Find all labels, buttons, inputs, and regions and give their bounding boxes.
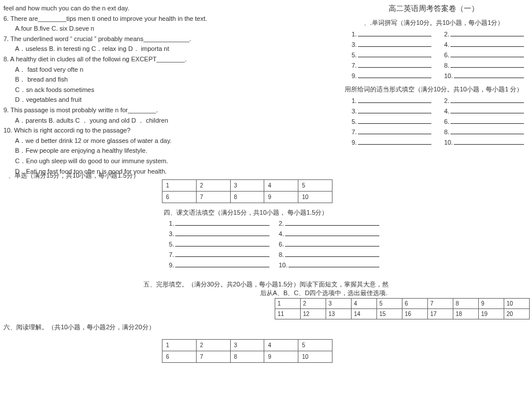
fill-underline[interactable] [450,40,524,47]
answer-cell[interactable]: 4 [264,180,298,192]
answer-cell[interactable]: 13 [326,309,352,319]
answer-cell[interactable]: 5 [377,299,402,309]
fill-underline[interactable] [450,50,524,57]
fill-line[interactable]: 6. [434,117,526,127]
fill-line[interactable]: 1. [341,30,434,40]
answer-cell[interactable]: 8 [230,351,264,363]
answer-cell[interactable]: 6 [402,299,428,309]
answer-cell[interactable]: 11 [275,309,301,319]
fill-line[interactable]: 5. [162,240,272,250]
answer-cell[interactable]: 16 [402,309,428,319]
fill-line[interactable]: 9. [341,71,434,82]
fill-underline[interactable] [358,50,431,57]
answer-cell[interactable]: 7 [196,351,230,363]
fill-line[interactable]: 4. [434,40,526,50]
fill-line[interactable]: 10. [434,138,526,148]
fill-underline[interactable] [450,96,524,103]
answer-cell[interactable]: 12 [301,309,326,319]
answer-cell[interactable]: 5 [298,180,332,192]
answer-cell[interactable]: 2 [196,340,230,351]
fill-underline[interactable] [358,71,431,78]
answer-cell[interactable]: 18 [453,309,479,319]
fill-underline[interactable] [454,71,524,78]
fill-line[interactable]: 7. [341,61,434,71]
fill-line[interactable]: 5. [341,117,434,127]
fill-underline[interactable] [450,117,524,124]
fill-line[interactable]: 2. [434,30,526,40]
answer-cell[interactable]: 9 [264,351,298,363]
fill-line[interactable]: 6. [434,50,526,61]
answer-cell[interactable]: 10 [298,351,332,363]
answer-cell[interactable]: 7 [196,192,230,203]
answer-cell[interactable]: 17 [428,309,453,319]
answer-cell[interactable]: 10 [504,299,530,309]
fill-line[interactable]: 3. [162,229,272,240]
fill-line[interactable]: 4. [434,106,526,117]
fill-underline[interactable] [450,106,524,113]
fill-line[interactable]: 3. [341,106,434,117]
answer-cell[interactable]: 20 [504,309,530,319]
answer-cell[interactable]: 6 [162,351,197,363]
fill-underline[interactable] [175,250,269,257]
answer-cell[interactable]: 1 [162,180,197,192]
fill-line[interactable]: 2. [272,219,382,229]
answer-cell[interactable]: 3 [326,299,352,309]
answer-cell[interactable]: 15 [377,309,402,319]
answer-cell[interactable]: 10 [298,192,332,203]
answer-cell[interactable]: 7 [428,299,453,309]
fill-line[interactable]: 8. [434,127,526,138]
fill-underline[interactable] [175,260,269,267]
fill-underline[interactable] [175,229,269,236]
fill-line[interactable]: 1. [162,219,272,229]
fill-underline[interactable] [285,240,379,247]
fill-line[interactable]: 2. [434,96,526,106]
fill-line[interactable]: 7. [341,127,434,138]
fill-line[interactable]: 3. [341,40,434,50]
answer-cell[interactable]: 8 [230,192,264,203]
answer-cell[interactable]: 4 [352,299,377,309]
fill-line[interactable]: 1. [341,96,434,106]
fill-underline[interactable] [450,30,524,36]
fill-line[interactable]: 9. [341,138,434,148]
answer-cell[interactable]: 5 [298,340,332,351]
fill-line[interactable]: 7. [162,250,272,260]
answer-cell[interactable]: 9 [264,192,298,203]
answer-cell[interactable]: 3 [230,180,264,192]
answer-cell[interactable]: 3 [230,340,264,351]
fill-underline[interactable] [358,30,431,36]
answer-cell[interactable]: 4 [264,340,298,351]
fill-underline[interactable] [450,127,524,134]
answer-cell[interactable]: 6 [162,192,197,203]
fill-line[interactable]: 6. [272,240,382,250]
fill-line[interactable]: 10. [434,71,526,82]
fill-line[interactable]: 8. [272,250,382,260]
fill-underline[interactable] [454,138,524,145]
fill-line[interactable]: 10. [272,260,382,271]
fill-underline[interactable] [285,250,379,257]
fill-underline[interactable] [358,138,431,145]
fill-underline[interactable] [358,96,431,103]
fill-underline[interactable] [358,106,431,113]
fill-line[interactable]: 9. [162,260,272,271]
answer-cell[interactable]: 14 [352,309,377,319]
answer-cell[interactable]: 1 [275,299,301,309]
fill-underline[interactable] [358,117,431,124]
fill-underline[interactable] [358,127,431,134]
fill-underline[interactable] [285,229,379,236]
answer-cell[interactable]: 2 [301,299,326,309]
fill-underline[interactable] [289,260,379,267]
fill-underline[interactable] [358,40,431,47]
fill-line[interactable]: 4. [272,229,382,240]
answer-cell[interactable]: 2 [196,180,230,192]
fill-underline[interactable] [358,61,431,68]
fill-line[interactable]: 8. [434,61,526,71]
fill-line[interactable]: 5. [341,50,434,61]
answer-cell[interactable]: 19 [479,309,504,319]
fill-underline[interactable] [175,219,269,226]
fill-underline[interactable] [450,61,524,68]
answer-cell[interactable]: 8 [453,299,479,309]
answer-cell[interactable]: 9 [479,299,504,309]
fill-underline[interactable] [285,219,379,226]
fill-underline[interactable] [175,240,269,247]
answer-cell[interactable]: 1 [162,340,197,351]
